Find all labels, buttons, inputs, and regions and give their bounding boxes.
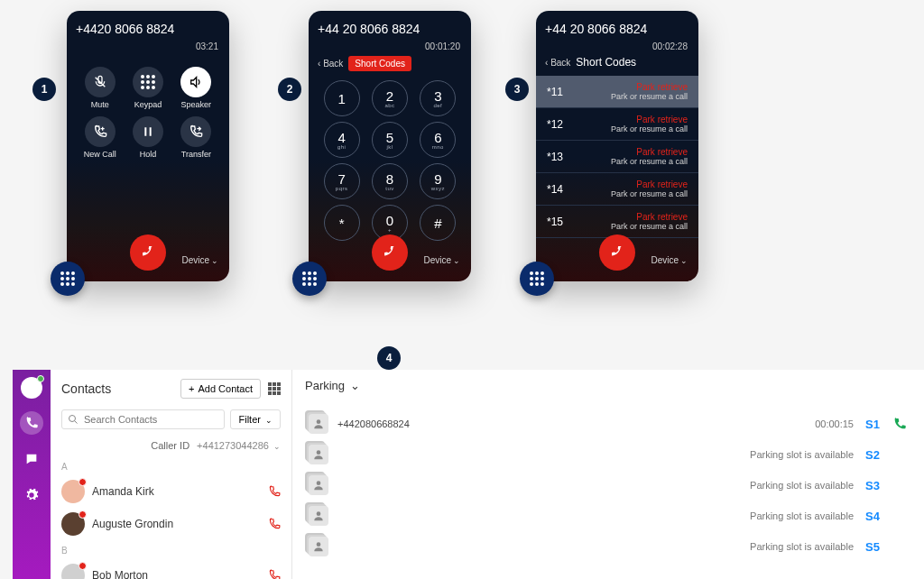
keypad-key-5[interactable]: 5jkl xyxy=(372,122,408,158)
hangup-button[interactable] xyxy=(130,234,166,271)
contacts-panel: Contacts +Add Contact Filter ⌄ Caller ID… xyxy=(51,370,292,579)
contact-row[interactable]: Amanda Kirk xyxy=(61,475,281,508)
keypad-label: Keypad xyxy=(134,100,162,109)
contact-name: Bob Morton xyxy=(92,569,148,579)
short-code-title: Park retrieve xyxy=(611,212,688,222)
short-code-item[interactable]: *11 Park retrieve Park or resume a call xyxy=(536,76,698,108)
desktop-app-panel: Contacts +Add Contact Filter ⌄ Caller ID… xyxy=(13,370,924,579)
parking-slot-icon xyxy=(309,537,328,556)
speaker-button[interactable]: Speaker xyxy=(180,67,211,109)
short-code-item[interactable]: *12 Park retrieve Park or resume a call xyxy=(536,108,698,141)
parking-slot-icon xyxy=(309,475,328,495)
dialer-fab[interactable] xyxy=(51,262,85,296)
search-input[interactable] xyxy=(84,414,218,425)
rail-item-calls[interactable] xyxy=(20,411,43,435)
keypad-button[interactable]: Keypad xyxy=(133,67,163,109)
parking-slot-label: S2 xyxy=(863,448,882,462)
keypad-key-1[interactable]: 1 xyxy=(324,80,360,116)
chevron-down-icon: ⌄ xyxy=(453,256,460,265)
short-code-title: Park retrieve xyxy=(611,179,688,189)
rail-avatar[interactable] xyxy=(21,377,42,399)
call-contact-button[interactable] xyxy=(268,518,281,530)
section-letter: A xyxy=(61,462,281,472)
parking-slot-icon xyxy=(309,445,328,464)
keypad-key-9[interactable]: 9wxyz xyxy=(420,163,456,199)
rail-item-chat[interactable] xyxy=(20,447,43,471)
chevron-left-icon: ‹ xyxy=(545,58,548,68)
contact-row[interactable]: Bob Morton xyxy=(61,559,281,579)
active-call-number: +4420 8066 8824 xyxy=(76,22,220,36)
dialer-fab[interactable] xyxy=(292,262,327,296)
new-call-button[interactable]: New Call xyxy=(84,116,116,159)
short-code-desc: Park or resume a call xyxy=(611,124,688,133)
plus-icon: + xyxy=(189,383,194,394)
softphone-active-call: +4420 8066 8824 03:21 Mute Keypad Speake… xyxy=(67,11,229,281)
short-code-value: *13 xyxy=(547,151,563,163)
keypad-key-8[interactable]: 8tuv xyxy=(372,163,408,199)
parking-dropdown[interactable]: Parking⌄ xyxy=(305,379,908,392)
parking-slot-label: S1 xyxy=(863,418,882,431)
transfer-button[interactable]: Transfer xyxy=(180,116,211,159)
hold-button[interactable]: Hold xyxy=(133,116,163,159)
active-call-number: +44 20 8066 8824 xyxy=(545,22,689,36)
call-contact-button[interactable] xyxy=(268,485,281,498)
hangup-button[interactable] xyxy=(599,234,635,271)
contact-name: Auguste Grondin xyxy=(92,518,173,530)
device-toggle[interactable]: Device⌄ xyxy=(651,255,688,265)
short-code-value: *14 xyxy=(547,183,563,196)
filter-button[interactable]: Filter ⌄ xyxy=(230,409,281,429)
caller-id-label: Caller ID xyxy=(151,440,189,451)
parking-panel: Parking⌄ +442080668824 00:00:15 S1 Parki… xyxy=(292,370,924,579)
softphone-keypad: +44 20 8066 8824 00:01:20 ‹ Back Short C… xyxy=(309,11,471,281)
hangup-button[interactable] xyxy=(372,234,408,271)
short-codes-badge[interactable]: Short Codes xyxy=(348,56,411,71)
step-badge-3: 3 xyxy=(505,78,529,101)
add-contact-button[interactable]: +Add Contact xyxy=(180,379,261,399)
short-code-item[interactable]: *14 Park retrieve Park or resume a call xyxy=(536,173,698,206)
step-badge-1: 1 xyxy=(32,78,56,101)
contacts-title: Contacts xyxy=(61,381,111,396)
svg-point-0 xyxy=(69,416,76,422)
keypad-key-2[interactable]: 2abc xyxy=(372,80,408,116)
section-letter: B xyxy=(61,546,281,556)
caller-id-value[interactable]: +441273044286 ⌄ xyxy=(197,440,281,451)
dialer-fab[interactable] xyxy=(520,262,554,296)
back-button[interactable]: ‹ Back xyxy=(545,58,570,68)
keypad-key-7[interactable]: 7pqrs xyxy=(324,163,360,199)
keypad-key-6[interactable]: 6mno xyxy=(420,122,456,158)
rail-item-settings[interactable] xyxy=(20,483,43,507)
presence-busy-icon xyxy=(79,510,87,519)
parking-slot-row: +442080668824 00:00:15 S1 xyxy=(305,409,908,439)
short-code-desc: Park or resume a call xyxy=(611,92,688,101)
parking-slot-row: Parking slot is available S5 xyxy=(305,531,908,562)
short-code-value: *15 xyxy=(547,216,563,228)
contact-row[interactable]: Auguste Grondin xyxy=(61,508,281,540)
presence-busy-icon xyxy=(79,562,87,570)
mute-button[interactable]: Mute xyxy=(85,67,116,109)
call-contact-button[interactable] xyxy=(268,569,281,579)
short-code-title: Park retrieve xyxy=(611,82,688,92)
short-code-desc: Park or resume a call xyxy=(611,189,688,198)
back-button[interactable]: ‹ Back xyxy=(318,59,343,69)
short-code-title: Park retrieve xyxy=(611,147,688,157)
parking-slot-icon xyxy=(309,414,328,434)
device-toggle[interactable]: Device⌄ xyxy=(181,255,218,265)
parking-slot-status: Parking slot is available xyxy=(750,449,854,460)
parking-slot-label: S3 xyxy=(863,479,882,492)
device-toggle[interactable]: Device⌄ xyxy=(423,255,460,265)
apps-grid-icon[interactable] xyxy=(268,382,281,395)
keypad-key-3[interactable]: 3def xyxy=(420,80,456,116)
search-contacts-box[interactable] xyxy=(61,409,225,429)
parking-slot-text: +442080668824 xyxy=(337,418,410,429)
svg-point-5 xyxy=(317,542,321,547)
short-code-item[interactable]: *15 Park retrieve Park or resume a call xyxy=(536,206,698,238)
speaker-label: Speaker xyxy=(181,100,212,109)
short-code-value: *11 xyxy=(547,86,563,98)
parking-slot-row: Parking slot is available S4 xyxy=(305,501,908,531)
short-code-item[interactable]: *13 Park retrieve Park or resume a call xyxy=(536,141,698,173)
active-call-number: +44 20 8066 8824 xyxy=(318,22,462,36)
pickup-call-button[interactable] xyxy=(892,417,908,431)
short-code-desc: Park or resume a call xyxy=(611,157,688,166)
keypad-key-4[interactable]: 4ghi xyxy=(324,122,360,158)
avatar xyxy=(61,564,85,579)
